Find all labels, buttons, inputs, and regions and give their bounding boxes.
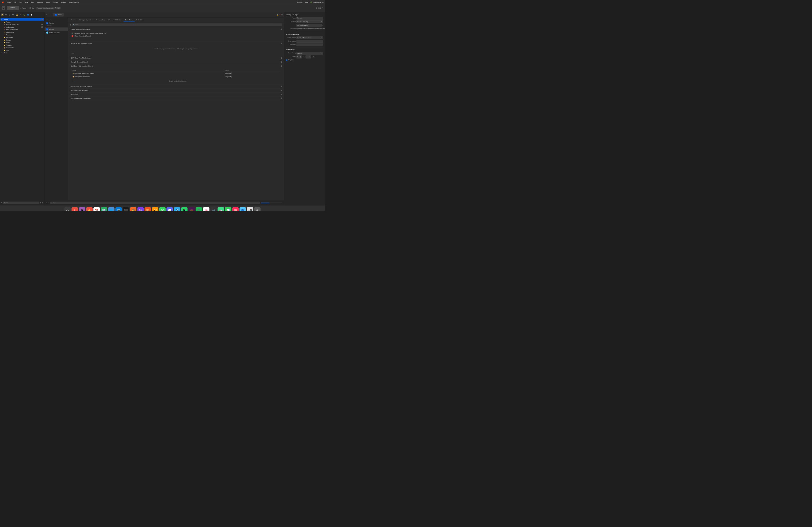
phase-filter[interactable]: 🔍	[72, 23, 282, 26]
dock-intellij[interactable]: 🧠	[232, 207, 239, 211]
tab-down-arrow[interactable]: ▼	[300, 57, 301, 58]
dock-tes[interactable]: ⚡	[86, 207, 93, 211]
sidebar-debug-icon[interactable]: 🐛	[23, 13, 26, 16]
bottombar-filter[interactable]: ⊕ Filter	[50, 201, 260, 204]
wrap-lines-checkbox[interactable]: ✓	[286, 59, 287, 61]
dock-calendar[interactable]: 📅	[93, 207, 100, 211]
add-editor-button[interactable]: +	[322, 7, 323, 9]
phase-filter-input[interactable]	[75, 24, 281, 26]
add-phase-button[interactable]: +	[70, 24, 71, 26]
phase-check-pods-delete[interactable]: 🗑	[281, 57, 282, 59]
tab-stepper[interactable]: ▲ ▼	[300, 56, 301, 58]
project-format-dropdown[interactable]: Xcode 9.3-compatible ▾	[296, 36, 323, 39]
menu-edit[interactable]: Edit	[19, 1, 23, 3]
sidebar-item-pods-folder[interactable]: ▸ 📁 Pods	[1, 49, 44, 51]
tab-info[interactable]: Info	[106, 18, 112, 22]
phase-bundle-framework-delete[interactable]: 🗑	[281, 90, 282, 91]
dock-screenrecorder[interactable]: 📹	[210, 207, 217, 211]
phase-run-script-header[interactable]: ▸ Run Script 🗑	[68, 92, 284, 96]
menu-product[interactable]: Product	[52, 1, 59, 3]
phase-bundle-framework-header[interactable]: ▸ Bundle Framework (0 items) 🗑	[68, 89, 284, 92]
phase-build-tool-plugins-header[interactable]: ▾ Run Build Tool Plug-ins (0 items) 🗑	[68, 41, 284, 45]
sidebar-history-button[interactable]: ⟳	[42, 202, 44, 204]
sidebar-files-icon[interactable]: 📁	[1, 13, 4, 16]
menu-debug[interactable]: Debug	[61, 1, 66, 3]
phase-target-deps-delete[interactable]: 🗑	[281, 28, 282, 30]
run-button[interactable]: ▶	[2, 6, 5, 10]
remove-library-button[interactable]: −	[73, 80, 74, 82]
dock-telegram[interactable]: ✈️	[174, 207, 180, 211]
dock-soulver[interactable]: 🔢	[101, 207, 107, 211]
target-nav-runner[interactable]: R Runner	[45, 27, 68, 31]
sidebar-reports-icon[interactable]: 📋	[30, 13, 33, 16]
phase-target-deps-header[interactable]: ▾ Target Dependencies (2 items) 🗑	[68, 27, 284, 31]
back-button[interactable]: ←	[48, 14, 50, 16]
active-tab[interactable]: 🏃 Runner f/add-webf-lib	[7, 6, 19, 10]
dock-bezel[interactable]: 📱	[79, 207, 85, 211]
sidebar-tests-icon[interactable]: ✓	[19, 13, 22, 16]
dock-obsidian[interactable]: 🔮	[137, 207, 144, 211]
sidebar-item-appdelegate[interactable]: ● AppDelegate M	[1, 26, 44, 28]
phase-copy-bundle-header[interactable]: ▸ Copy Bundle Resources (2 items) 🗑	[68, 85, 284, 88]
dock-figma[interactable]: 🎨	[144, 207, 151, 211]
phase-run-script-delete[interactable]: 🗑	[281, 93, 282, 95]
menu-find[interactable]: Find	[31, 1, 35, 3]
reveal-fullpath-icon[interactable]: ↗	[296, 29, 325, 31]
dock-runcat[interactable]: 🐱	[152, 207, 158, 211]
sidebar-git-icon[interactable]: ⊞	[4, 13, 8, 16]
menu-view[interactable]: View	[25, 1, 29, 3]
file-tab[interactable]: R Runner	[53, 13, 64, 17]
reveal-in-finder-icon[interactable]: ↗	[322, 25, 323, 26]
indent-down-arrow[interactable]: ▼	[309, 57, 310, 58]
remove-dep-button[interactable]: −	[73, 38, 74, 40]
sidebar-item-mainflutter[interactable]: ● MainFlutterWindow	[1, 28, 44, 31]
sidebar-item-pods-root[interactable]: ▸ ● Pods	[1, 51, 44, 54]
dock-androidstudio[interactable]: 🤖	[218, 207, 224, 211]
location-dropdown[interactable]: Relative to Group ▾	[296, 20, 323, 23]
phase-link-delete[interactable]: 🗑	[281, 65, 282, 67]
sidebar-symbols-icon[interactable]: ⋮	[8, 13, 11, 16]
add-file-button[interactable]: +	[1, 201, 2, 204]
menu-file[interactable]: File	[13, 1, 17, 3]
dock-brave[interactable]: 🦁	[130, 207, 136, 211]
expand-button[interactable]: ⊞	[281, 14, 283, 16]
dock-scrcpy[interactable]: 📲	[247, 207, 253, 211]
tab-general[interactable]: General	[70, 18, 78, 22]
status-stepper-1[interactable]: ▲ ▼	[231, 73, 232, 75]
indent-stepper[interactable]: ▲ ▼	[309, 56, 310, 58]
filename-input[interactable]	[296, 24, 322, 27]
sidebar-breakpoints-icon[interactable]: 🔵	[26, 13, 29, 16]
sidebar-item-runner-root[interactable]: ▾ ● Runner M	[1, 18, 44, 21]
forward-button[interactable]: →	[51, 14, 52, 16]
breadcrumb-target[interactable]: My Mac	[30, 7, 34, 9]
bottombar-remove-button[interactable]: −	[48, 202, 49, 204]
phase-embed-pods-header[interactable]: ▸ [CP] Embed Pods Frameworks 🗑	[68, 96, 284, 100]
add-plugin-button[interactable]: +	[71, 52, 73, 55]
dock-whatsapp[interactable]: 📱	[181, 207, 187, 211]
inspector-icon[interactable]: ℹ	[320, 7, 321, 9]
sidebar-settings-button[interactable]: ⚙	[40, 202, 41, 204]
sidebar-item-flutter[interactable]: ▸ 📁 Flutter	[1, 41, 44, 44]
cancel-status-button[interactable]: ✕	[57, 7, 60, 9]
status-stepper-2[interactable]: ▲ ▼	[231, 76, 232, 78]
dock-arc[interactable]: 🌐	[108, 207, 114, 211]
filter-bar[interactable]: ⊕ Filter	[3, 201, 39, 204]
sidebar-item-frameworks[interactable]: ▸ 📁 Frameworks	[1, 46, 44, 49]
sidebar-toggle-button[interactable]: ☰	[46, 14, 47, 16]
breadcrumb-project[interactable]: Runner	[22, 7, 27, 9]
sidebar-item-personal-finance[interactable]: ● personal_finance_frb M	[1, 23, 44, 26]
phase-compile-delete[interactable]: 🗑	[281, 61, 282, 63]
phase-compile-header[interactable]: ▸ Compile Sources (3 items) 🗑	[68, 60, 284, 64]
phase-embed-pods-delete[interactable]: 🗑	[281, 97, 282, 99]
dock-photos[interactable]: 🌸	[203, 207, 209, 211]
phase-build-tool-delete[interactable]: 🗑	[281, 42, 282, 44]
organization-input[interactable]	[296, 40, 323, 43]
dock-finder[interactable]: 🗂	[64, 207, 71, 211]
help-menu[interactable]: Help	[305, 1, 309, 3]
menu-navigate[interactable]: Navigate	[37, 1, 44, 3]
indent-using-dropdown[interactable]: Spaces ▾	[296, 52, 323, 55]
tab-build-settings[interactable]: Build Settings	[112, 18, 124, 22]
tab-width-field[interactable]: 4 ▲ ▼	[296, 55, 302, 58]
sidebar-item-release[interactable]: ⚙ Release	[1, 33, 44, 36]
dock-discord[interactable]: 💬	[166, 207, 173, 211]
